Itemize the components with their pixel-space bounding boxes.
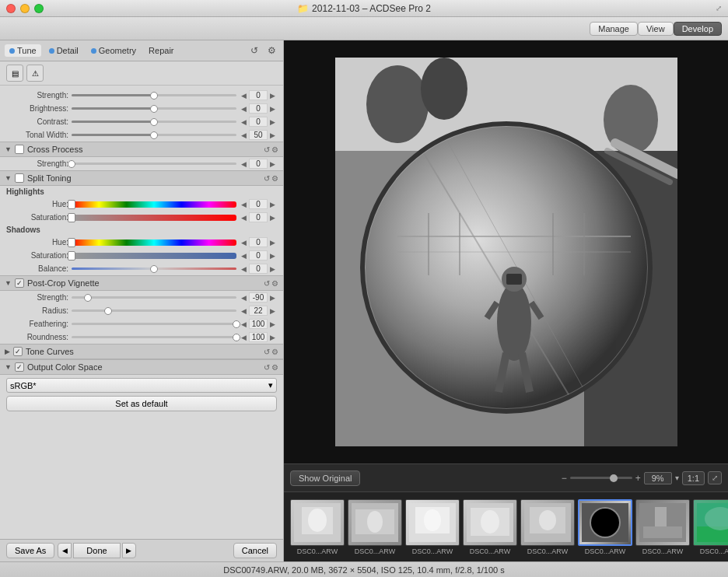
cross-process-increase[interactable]: ▶: [268, 160, 277, 168]
tonal-width-decrease[interactable]: ◀: [240, 131, 248, 139]
maximize-button[interactable]: [34, 4, 44, 13]
set-default-button[interactable]: Set as default: [6, 396, 277, 411]
split-toning-refresh[interactable]: ↺: [264, 174, 270, 183]
save-as-button[interactable]: Save As: [6, 543, 54, 558]
list-item[interactable]: DSC0...ARW: [348, 499, 402, 555]
vignette-header[interactable]: ▼ ✓ Post-Crop Vignette ↺ ⚙: [0, 275, 283, 291]
tab-tune[interactable]: Tune: [5, 44, 41, 57]
highlights-sat-decrease[interactable]: ◀: [240, 214, 248, 222]
tone-curves-header[interactable]: ▶ ✓ Tone Curves ↺ ⚙: [0, 344, 283, 359]
minimize-button[interactable]: [20, 4, 30, 13]
brightness-slider[interactable]: [72, 107, 236, 110]
brightness-decrease[interactable]: ◀: [240, 105, 248, 113]
list-item[interactable]: DSC0...ARW: [405, 499, 460, 555]
zoom-dropdown-arrow[interactable]: ▾: [675, 474, 679, 482]
one-to-one-button[interactable]: 1:1: [682, 471, 705, 485]
output-color-space-header[interactable]: ▼ ✓ Output Color Space ↺ ⚙: [0, 359, 283, 375]
settings-icon[interactable]: ⚙: [264, 44, 278, 58]
strength-controls: ◀ 0 ▶: [240, 90, 277, 100]
vignette-radius-increase[interactable]: ▶: [268, 307, 277, 315]
shadows-sat-increase[interactable]: ▶: [268, 252, 277, 260]
vignette-radius-decrease[interactable]: ◀: [240, 307, 248, 315]
vignette-strength-slider[interactable]: [72, 296, 236, 299]
highlights-hue-increase[interactable]: ▶: [268, 201, 277, 208]
brightness-increase[interactable]: ▶: [268, 105, 277, 113]
balance-increase[interactable]: ▶: [268, 265, 277, 273]
warning-icon[interactable]: ⚠: [26, 65, 44, 82]
strength-slider[interactable]: [72, 94, 236, 96]
zoom-thumb[interactable]: [610, 474, 618, 482]
prev-button[interactable]: ◀: [58, 543, 72, 558]
tonal-width-slider[interactable]: [72, 134, 236, 136]
list-item[interactable]: DSC0...ARW: [520, 499, 575, 555]
list-item[interactable]: DSC0...ARW: [693, 499, 728, 555]
highlights-sat-slider[interactable]: [72, 215, 236, 221]
cross-process-refresh[interactable]: ↺: [264, 145, 270, 154]
next-button[interactable]: ▶: [122, 543, 136, 558]
highlights-sat-increase[interactable]: ▶: [268, 214, 277, 222]
split-toning-settings[interactable]: ⚙: [271, 174, 278, 183]
cross-process-header[interactable]: ▼ Cross Process ↺ ⚙: [0, 142, 283, 157]
vignette-strength-increase[interactable]: ▶: [268, 294, 277, 302]
view-button[interactable]: View: [638, 22, 674, 36]
highlights-hue-slider[interactable]: [72, 201, 236, 208]
tab-geometry[interactable]: Geometry: [86, 44, 141, 57]
vignette-radius-slider[interactable]: [72, 309, 236, 312]
zoom-out-icon[interactable]: −: [562, 473, 567, 484]
vignette-feathering-decrease[interactable]: ◀: [240, 320, 248, 328]
vignette-roundness-decrease[interactable]: ◀: [240, 334, 248, 341]
list-item[interactable]: DSC0...ARW: [290, 499, 345, 555]
tone-curves-settings[interactable]: ⚙: [271, 348, 278, 356]
strength-increase[interactable]: ▶: [268, 92, 277, 100]
zoom-in-icon[interactable]: +: [635, 473, 641, 484]
develop-button[interactable]: Develop: [674, 22, 722, 36]
cross-process-strength-slider[interactable]: [72, 163, 236, 165]
cross-process-checkbox[interactable]: [15, 145, 24, 154]
vignette-strength-decrease[interactable]: ◀: [240, 294, 248, 302]
output-color-space-checkbox[interactable]: ✓: [15, 362, 24, 372]
vignette-checkbox[interactable]: ✓: [15, 278, 24, 288]
list-item[interactable]: DSC0...ARW: [463, 499, 517, 555]
contrast-slider[interactable]: [72, 121, 236, 123]
balance-decrease[interactable]: ◀: [240, 265, 248, 273]
vignette-feathering-slider[interactable]: [72, 323, 236, 325]
fit-button[interactable]: ⤢: [708, 471, 722, 484]
vignette-roundness-slider[interactable]: [72, 336, 236, 338]
shadows-sat-decrease[interactable]: ◀: [240, 252, 248, 260]
vignette-feathering-increase[interactable]: ▶: [268, 320, 277, 328]
close-button[interactable]: [6, 4, 16, 13]
cross-process-decrease[interactable]: ◀: [240, 160, 248, 168]
refresh-icon[interactable]: ↺: [247, 44, 261, 58]
shadows-hue-decrease[interactable]: ◀: [240, 239, 248, 247]
tone-curves-checkbox[interactable]: ✓: [13, 347, 23, 356]
split-toning-header[interactable]: ▼ Split Toning ↺ ⚙: [0, 170, 283, 186]
list-item[interactable]: DSC0...ARW: [635, 499, 690, 555]
shadows-sat-slider[interactable]: [72, 253, 236, 259]
manage-button[interactable]: Manage: [590, 22, 638, 36]
contrast-increase[interactable]: ▶: [268, 118, 277, 126]
list-item[interactable]: DSC0...ARW: [578, 499, 632, 555]
output-color-space-settings[interactable]: ⚙: [271, 363, 278, 372]
vignette-settings[interactable]: ⚙: [271, 279, 278, 288]
split-toning-checkbox[interactable]: [15, 173, 24, 183]
done-button[interactable]: Done: [73, 543, 120, 558]
color-space-select[interactable]: sRGB* ▾: [6, 378, 277, 393]
tab-detail[interactable]: Detail: [44, 44, 83, 57]
shadows-hue-slider[interactable]: [72, 240, 236, 246]
tab-repair[interactable]: Repair: [144, 44, 178, 57]
contrast-decrease[interactable]: ◀: [240, 118, 248, 126]
vignette-refresh[interactable]: ↺: [264, 279, 270, 288]
tonal-width-increase[interactable]: ▶: [268, 131, 277, 139]
show-original-button[interactable]: Show Original: [290, 470, 360, 486]
shadows-hue-increase[interactable]: ▶: [268, 239, 277, 247]
balance-slider[interactable]: [72, 268, 236, 270]
zoom-slider[interactable]: [570, 477, 632, 479]
cancel-button[interactable]: Cancel: [233, 543, 277, 558]
vignette-roundness-increase[interactable]: ▶: [268, 334, 277, 341]
output-color-space-refresh[interactable]: ↺: [264, 363, 270, 372]
strength-decrease[interactable]: ◀: [240, 92, 248, 100]
tone-curves-refresh[interactable]: ↺: [264, 348, 270, 356]
cross-process-settings[interactable]: ⚙: [271, 145, 278, 154]
histogram-icon[interactable]: ▤: [6, 65, 23, 82]
highlights-hue-decrease[interactable]: ◀: [240, 201, 248, 208]
